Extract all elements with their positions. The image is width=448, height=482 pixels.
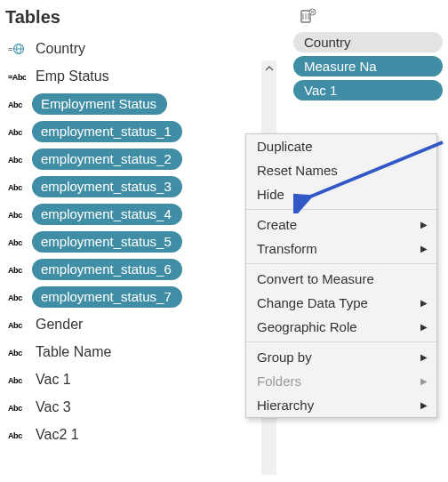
shelf-pill[interactable]: Vac 1	[293, 80, 443, 100]
menu-item-label: Group by	[257, 349, 312, 365]
scroll-up-button[interactable]	[261, 60, 276, 76]
field-label: employment_status_3	[32, 176, 182, 197]
menu-separator	[246, 263, 436, 264]
section-heading: Tables	[5, 7, 254, 28]
field-label: Table Name	[32, 344, 111, 360]
field-row[interactable]: Abcemployment_status_1	[5, 117, 254, 145]
clear-shelf-icon[interactable]	[299, 7, 316, 25]
submenu-arrow-icon: ▶	[420, 376, 428, 386]
svg-text:Abc: Abc	[8, 403, 22, 412]
abc-icon: Abc	[7, 125, 27, 139]
submenu-arrow-icon: ▶	[420, 298, 428, 308]
field-row[interactable]: Abcemployment_status_4	[5, 200, 254, 228]
menu-item-label: Hierarchy	[257, 398, 314, 413]
svg-text:Abc: Abc	[8, 265, 22, 274]
menu-separator	[246, 209, 436, 210]
field-row[interactable]: Abcemployment_status_6	[5, 255, 254, 283]
svg-text:Abc: Abc	[8, 155, 22, 164]
field-label: Country	[32, 41, 85, 57]
abc-icon: Abc	[7, 97, 27, 111]
field-list: =Country=AbcEmp StatusAbcEmployment Stat…	[5, 35, 254, 448]
context-menu: DuplicateReset NamesHideCreate▶Transform…	[245, 133, 437, 418]
svg-text:Abc: Abc	[8, 100, 22, 108]
menu-item-transform[interactable]: Transform▶	[246, 237, 436, 261]
menu-item-geographic-role[interactable]: Geographic Role▶	[246, 315, 436, 339]
submenu-arrow-icon: ▶	[420, 322, 428, 332]
svg-text:=Abc: =Abc	[8, 72, 26, 81]
menu-item-change-data-type[interactable]: Change Data Type▶	[246, 291, 436, 315]
menu-item-label: Duplicate	[257, 139, 313, 154]
menu-item-convert-to-measure[interactable]: Convert to Measure	[246, 267, 436, 291]
field-label: employment_status_1	[32, 121, 182, 142]
menu-separator	[246, 341, 436, 342]
svg-text:Abc: Abc	[8, 320, 22, 329]
field-label: employment_status_6	[32, 259, 182, 280]
field-row[interactable]: AbcEmployment Status	[5, 90, 254, 117]
field-row[interactable]: AbcTable Name	[5, 338, 254, 366]
menu-item-label: Create	[257, 217, 297, 232]
svg-text:=: =	[8, 44, 12, 53]
submenu-arrow-icon: ▶	[420, 400, 428, 410]
svg-text:Abc: Abc	[8, 127, 22, 136]
field-row[interactable]: Abcemployment_status_7	[5, 283, 254, 310]
globe-icon: =	[7, 42, 27, 56]
shelf-pill[interactable]: Country	[293, 32, 443, 52]
field-label: Vac 1	[32, 372, 71, 388]
menu-item-label: Reset Names	[257, 163, 338, 178]
abc-icon: Abc	[7, 345, 27, 359]
submenu-arrow-icon: ▶	[420, 352, 428, 362]
svg-text:Abc: Abc	[8, 348, 22, 357]
field-label: Emp Status	[32, 68, 109, 84]
menu-item-hierarchy[interactable]: Hierarchy▶	[246, 393, 436, 417]
menu-item-hide[interactable]: Hide	[246, 182, 436, 206]
field-label: Vac 3	[32, 399, 71, 415]
field-row[interactable]: Abcemployment_status_5	[5, 228, 254, 255]
data-pane: Tables =Country=AbcEmp StatusAbcEmployme…	[5, 7, 254, 448]
field-row[interactable]: AbcGender	[5, 310, 254, 338]
field-label: Gender	[32, 317, 83, 333]
abc-icon: Abc	[7, 180, 27, 194]
menu-item-label: Folders	[257, 374, 301, 389]
abc-icon: Abc	[7, 317, 27, 332]
field-row[interactable]: AbcVac2 1	[5, 421, 254, 448]
menu-item-group-by[interactable]: Group by▶	[246, 345, 436, 369]
svg-text:Abc: Abc	[8, 182, 22, 191]
field-row[interactable]: AbcVac 3	[5, 393, 254, 421]
field-label: Vac2 1	[32, 427, 79, 443]
menu-item-folders: Folders▶	[246, 369, 436, 393]
menu-item-duplicate[interactable]: Duplicate	[246, 134, 436, 158]
menu-item-reset-names[interactable]: Reset Names	[246, 158, 436, 182]
abc-icon: =Abc	[7, 69, 27, 84]
svg-text:Abc: Abc	[8, 210, 22, 219]
abc-icon: Abc	[7, 373, 27, 387]
field-row[interactable]: Abcemployment_status_2	[5, 145, 254, 173]
shelf-pill[interactable]: Measure Na	[293, 56, 443, 76]
svg-text:Abc: Abc	[8, 237, 22, 246]
abc-icon: Abc	[7, 400, 27, 414]
field-label: employment_status_2	[32, 149, 182, 170]
abc-icon: Abc	[7, 262, 27, 277]
field-label: employment_status_4	[32, 204, 182, 225]
menu-item-create[interactable]: Create▶	[246, 213, 436, 237]
abc-icon: Abc	[7, 152, 27, 166]
shelf: CountryMeasure NaVac 1	[293, 32, 443, 104]
field-row[interactable]: =AbcEmp Status	[5, 62, 254, 90]
field-row[interactable]: AbcVac 1	[5, 366, 254, 393]
svg-text:Abc: Abc	[8, 375, 22, 384]
abc-icon: Abc	[7, 207, 27, 221]
field-row[interactable]: =Country	[5, 35, 254, 62]
svg-text:Abc: Abc	[8, 293, 22, 301]
submenu-arrow-icon: ▶	[420, 220, 428, 229]
svg-text:Abc: Abc	[8, 430, 22, 439]
field-label: employment_status_7	[32, 286, 182, 308]
abc-icon: Abc	[7, 235, 27, 249]
submenu-arrow-icon: ▶	[420, 244, 428, 253]
field-label: Employment Status	[32, 93, 167, 115]
menu-item-label: Geographic Role	[257, 319, 357, 334]
menu-item-label: Convert to Measure	[257, 271, 374, 286]
abc-icon: Abc	[7, 290, 27, 304]
field-label: employment_status_5	[32, 231, 182, 253]
field-row[interactable]: Abcemployment_status_3	[5, 173, 254, 200]
menu-item-label: Transform	[257, 241, 317, 256]
abc-icon: Abc	[7, 428, 27, 442]
